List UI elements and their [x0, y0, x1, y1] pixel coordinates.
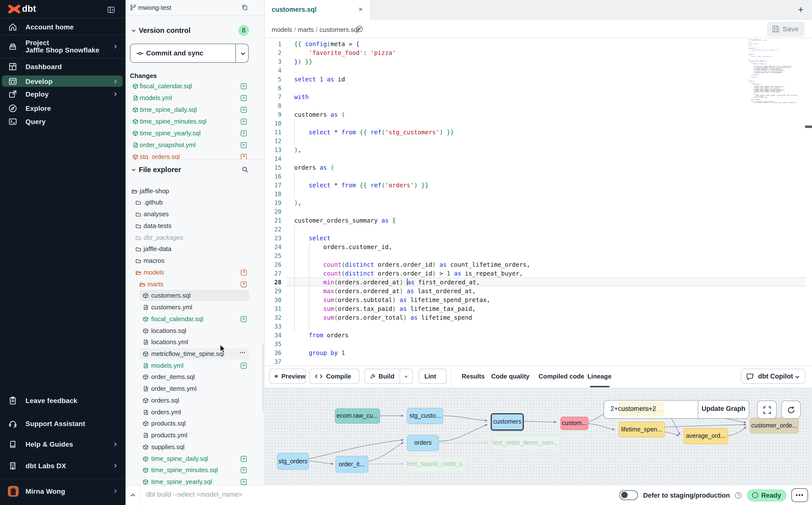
file-orders.sql[interactable]: orders.sql — [126, 395, 265, 406]
stage-file-button[interactable]: + — [241, 363, 247, 368]
panel-tab-compiled-code[interactable]: Compiled code — [539, 373, 584, 380]
file-fiscal_calendar.sql[interactable]: fiscal_calendar.sql+ — [126, 313, 265, 325]
lineage-node-test_order_items_com[interactable]: test_order_items_com... — [491, 435, 560, 451]
preview-button[interactable]: Preview — [269, 369, 306, 384]
file-products.sql[interactable]: products.sql — [126, 418, 265, 430]
file-macros[interactable]: macros — [126, 255, 265, 267]
dbt-copilot-button[interactable]: dbt Copilot — [741, 369, 806, 384]
file-analyses[interactable]: analyses — [126, 208, 265, 220]
lineage-node-lifetime_spen[interactable]: lifetime_spen... — [619, 422, 665, 437]
file-time_spine_minutes.sql[interactable]: time_spine_minutes.sql+ — [126, 465, 265, 476]
editor-scrollbar-thumb[interactable] — [805, 126, 812, 128]
code-line-6: 6 — [265, 84, 812, 93]
refresh-button[interactable] — [781, 400, 801, 419]
code-line-12: 12 — [265, 137, 812, 146]
build-button[interactable]: Build — [364, 369, 413, 384]
stage-file-button[interactable]: + — [241, 456, 247, 462]
code-line-5: 5select 1 as id — [265, 75, 812, 84]
lineage-filter-value[interactable]: 2+customers+2 — [611, 405, 656, 412]
file-products.yml[interactable]: products.yml — [126, 430, 265, 441]
file-marts[interactable]: marts — [126, 278, 265, 290]
file-models[interactable]: models — [126, 267, 265, 279]
file-jaffle-data[interactable]: jaffle-data — [126, 243, 265, 255]
sidebar-item-deploy[interactable]: Deploy — [0, 88, 126, 101]
fullscreen-button[interactable] — [757, 400, 777, 419]
lineage-node-order_it[interactable]: order_it... — [335, 456, 368, 472]
file-orders.yml[interactable]: orders.yml — [126, 406, 265, 418]
lineage-graph[interactable]: ecom.raw_cu...stg_custo...customersorder… — [265, 387, 812, 485]
lineage-node-customer_orde[interactable]: customer_orde... — [750, 417, 799, 434]
file-customers.yml[interactable]: customers.yml — [126, 302, 265, 313]
file-supplies.sql[interactable]: supplies.sql — [126, 441, 265, 453]
file-locations.yml[interactable]: locations.yml — [126, 337, 265, 348]
compile-button[interactable]: Compile — [309, 369, 359, 384]
file-data-tests[interactable]: data-tests — [126, 220, 265, 232]
folder-icon — [135, 270, 141, 276]
file-jaffle-shop[interactable]: jaffle-shop — [126, 185, 265, 197]
file-locations.sql[interactable]: locations.sql — [126, 325, 265, 337]
lineage-node-stg_custo[interactable]: stg_custo... — [407, 408, 443, 424]
panel-tab-lineage[interactable]: Lineage — [588, 373, 612, 380]
panel-tab-code-quality[interactable]: Code quality — [491, 373, 529, 380]
sidebar-item-account-home[interactable]: Account home — [0, 19, 126, 35]
sidebar-item-project[interactable]: ProjectJaffle Shop Snowflake — [0, 35, 126, 58]
compass-icon[interactable] — [355, 25, 363, 33]
breadcrumb-models[interactable]: models — [272, 26, 292, 33]
book-icon — [8, 439, 18, 449]
code-editor[interactable]: 1{{ config(meta = {2 'favorite_food': 'p… — [265, 38, 812, 365]
sidebar-item-help-guides[interactable]: Help & Guides — [0, 437, 126, 451]
tab-customers-sql[interactable]: customers.sql × — [265, 0, 371, 20]
breadcrumb-marts[interactable]: marts — [298, 26, 314, 33]
sidebar-item-query[interactable]: Query — [0, 115, 126, 128]
file-models.yml[interactable]: models.yml+ — [126, 360, 265, 371]
code-line-17: 17 select * from {{ ref('orders') }} — [265, 181, 812, 190]
lineage-node-ecomraw_cu[interactable]: ecom.raw_cu... — [335, 408, 380, 424]
file-dbt_packages[interactable]: dbt_packages — [126, 232, 265, 243]
sidebar-item-explore[interactable]: Explore — [0, 102, 126, 115]
sidebar-item-dashboard[interactable]: Dashboard — [0, 59, 126, 74]
more-options-button[interactable]: ••• — [791, 488, 808, 502]
sidebar-item-leave-feedback[interactable]: Leave feedback — [0, 394, 126, 407]
sidebar-item-dbt-labs-dx[interactable]: dbt Labs DX — [0, 459, 126, 473]
file-metricflow_time_spine.sql[interactable]: metricflow_time_spine.sql — [126, 348, 265, 360]
status-ready-badge[interactable]: Ready — [747, 489, 787, 501]
lineage-node-test_supply_costs_s[interactable]: test_supply_costs_s... — [407, 456, 468, 472]
file-customers.sql[interactable]: customers.sql — [126, 290, 265, 302]
save-button[interactable]: Save — [767, 22, 805, 37]
tab-close-icon[interactable]: × — [357, 6, 364, 13]
file-menu-icon[interactable] — [239, 350, 246, 356]
stage-file-button[interactable]: + — [241, 468, 247, 473]
lint-button[interactable]: Lint — [419, 369, 447, 384]
update-graph-button[interactable]: Update Graph — [698, 405, 749, 412]
ready-label: Ready — [761, 492, 781, 499]
defer-toggle[interactable] — [620, 490, 638, 500]
breadcrumb-file[interactable]: customers.sql — [319, 26, 359, 33]
help-tooltip-icon[interactable] — [735, 492, 742, 499]
new-tab-button[interactable]: + — [796, 5, 805, 14]
panel-scrollbar[interactable] — [262, 343, 264, 412]
lineage-node-orders[interactable]: orders — [407, 435, 439, 451]
sidebar-item-support-assistant[interactable]: Support Assistant — [0, 417, 126, 431]
lineage-node-custom[interactable]: custom... — [560, 417, 589, 430]
minimap[interactable]: {{ config(meta = { 'favorite_food': 'piz… — [748, 39, 806, 103]
lineage-filter-input[interactable]: count_lifetim... 2+customers+2 Update Gr… — [604, 400, 749, 419]
stage-file-button[interactable]: + — [241, 316, 247, 322]
command-input[interactable]: dbt build --select <model_name> — [146, 491, 242, 498]
code-line-13: 13), — [265, 146, 812, 154]
build-options-chevron-icon[interactable] — [404, 373, 408, 379]
expand-command-bar-icon[interactable] — [130, 492, 136, 499]
lineage-node-stg_orders[interactable]: stg_orders — [277, 453, 309, 470]
file-.github[interactable]: .github — [126, 197, 265, 209]
stage-file-button[interactable]: + — [241, 479, 247, 485]
lineage-node-customers[interactable]: customers — [491, 413, 524, 430]
file-time_spine_yearly.sql[interactable]: time_spine_yearly.sql+ — [126, 476, 265, 485]
file-order_items.sql[interactable]: order_items.sql — [126, 371, 265, 383]
file-time_spine_daily.sql[interactable]: time_spine_daily.sql+ — [126, 453, 265, 465]
sidebar-item-user[interactable]: Mirna Wong — [0, 484, 126, 498]
collapse-sidebar-icon[interactable] — [107, 6, 115, 14]
lineage-node-average_ord[interactable]: average_ord... — [683, 428, 728, 444]
sidebar-item-develop[interactable]: Develop — [0, 75, 126, 87]
file-order_items.yml[interactable]: order_items.yml — [126, 383, 265, 395]
panel-tab-results[interactable]: Results — [462, 373, 485, 380]
explorer-panel: mwong-test Version control 8 Commit and … — [126, 0, 265, 505]
